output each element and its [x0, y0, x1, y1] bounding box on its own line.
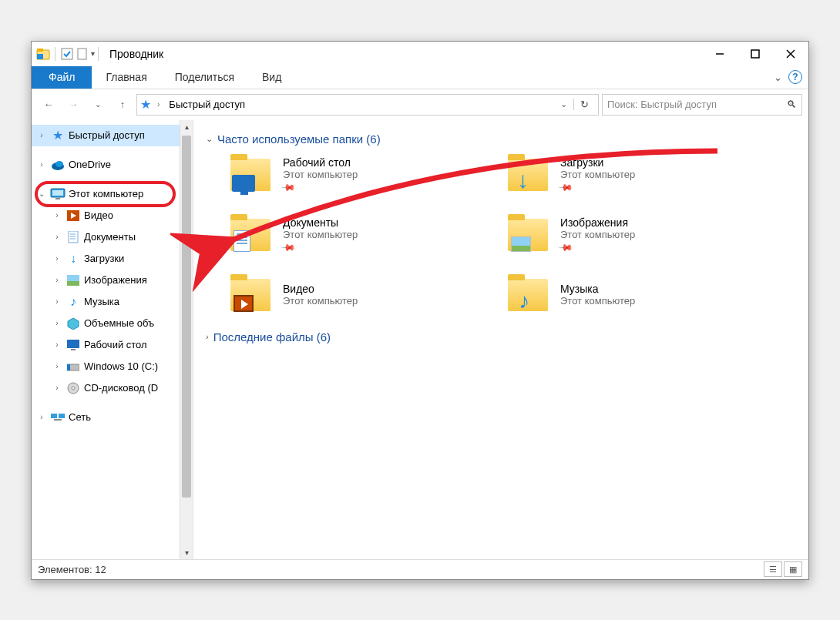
- tree-music[interactable]: › ♪ Музыка: [32, 291, 193, 313]
- ribbon-file-tab[interactable]: Файл: [32, 66, 92, 89]
- ribbon-tab-home[interactable]: Главная: [92, 66, 160, 89]
- pc-monitor-icon: [50, 187, 66, 201]
- svg-rect-3: [62, 49, 72, 59]
- scroll-up-icon[interactable]: ▴: [180, 120, 193, 133]
- ribbon-expand-icon[interactable]: ⌄: [774, 72, 782, 83]
- scroll-down-icon[interactable]: ▾: [180, 546, 193, 559]
- chevron-right-icon[interactable]: ›: [52, 319, 62, 327]
- folder-location: Этот компьютер: [560, 229, 635, 240]
- chevron-right-icon[interactable]: ›: [52, 340, 62, 349]
- folder-icon: [506, 215, 549, 255]
- divider: [98, 47, 99, 61]
- search-input[interactable]: Поиск: Быстрый доступ 🔍︎: [602, 94, 802, 116]
- chevron-right-icon[interactable]: ›: [52, 233, 62, 241]
- folder-name: Загрузки: [560, 156, 635, 169]
- tree-label: Изображения: [84, 274, 147, 286]
- chevron-right-icon[interactable]: ›: [52, 276, 62, 284]
- desktop-overlay-icon: [232, 175, 255, 192]
- help-icon[interactable]: ?: [788, 70, 802, 84]
- nav-forward-button[interactable]: →: [62, 94, 84, 116]
- folder-tile[interactable]: Рабочий столЭтот компьютер📌: [229, 155, 491, 195]
- tree-this-pc[interactable]: ⌄ Этот компьютер: [32, 183, 193, 205]
- group-frequent-folders[interactable]: ⌄ Часто используемые папки (6): [206, 132, 796, 146]
- chevron-right-icon[interactable]: ›: [52, 254, 62, 263]
- tree-quick-access[interactable]: › ★ Быстрый доступ: [32, 125, 193, 146]
- tree-drive-cd[interactable]: › CD-дисковод (D: [32, 377, 193, 399]
- pin-icon: 📌: [558, 179, 574, 196]
- tree-pictures[interactable]: › Изображения: [32, 270, 193, 291]
- close-button[interactable]: [773, 42, 808, 66]
- nav-back-button[interactable]: ←: [38, 94, 59, 116]
- pin-icon: 📌: [281, 240, 297, 256]
- tree-label: Сеть: [69, 411, 91, 423]
- scroll-thumb[interactable]: [182, 136, 191, 498]
- nav-up-button[interactable]: ↑: [112, 94, 133, 116]
- minimize-button[interactable]: [702, 42, 738, 66]
- folder-icon: [229, 215, 272, 255]
- folder-name: Видео: [283, 283, 358, 295]
- tree-label: CD-дисковод (D: [84, 382, 158, 394]
- folder-tile[interactable]: ВидеоЭтот компьютер: [229, 275, 491, 315]
- folder-tile[interactable]: ♪МузыкаЭтот компьютер: [506, 275, 768, 315]
- tree-downloads[interactable]: › ↓ Загрузки: [32, 248, 193, 270]
- folder-tile[interactable]: ИзображенияЭтот компьютер📌: [506, 215, 768, 255]
- view-mode-buttons: ☰ ▦: [764, 561, 802, 577]
- folder-icon: ↓: [506, 155, 549, 195]
- refresh-icon[interactable]: ↻: [573, 99, 595, 110]
- tree-label: Объемные объ: [84, 317, 154, 329]
- tree-3d-objects[interactable]: › Объемные объ: [32, 313, 193, 334]
- nav-recent-dropdown[interactable]: ⌄: [87, 94, 109, 116]
- sidebar-scrollbar[interactable]: ▴ ▾: [180, 120, 193, 559]
- chevron-right-icon[interactable]: ›: [52, 297, 62, 306]
- chevron-right-icon[interactable]: ›: [154, 100, 163, 109]
- qat-dropdown-icon[interactable]: ▾: [91, 49, 95, 58]
- qat-properties-icon[interactable]: [60, 47, 74, 61]
- maximize-button[interactable]: [738, 42, 773, 66]
- tree-network[interactable]: › Сеть: [32, 407, 193, 428]
- tree-label: Загрузки: [84, 253, 124, 264]
- ribbon: Файл Главная Поделиться Вид ⌄ ?: [32, 66, 808, 89]
- nav-tree: › ★ Быстрый доступ › OneDrive ⌄ Этот ком…: [32, 120, 193, 559]
- tree-drive-c[interactable]: › Windows 10 (C:): [32, 356, 193, 377]
- tree-documents[interactable]: › Документы: [32, 226, 193, 248]
- address-dropdown-icon[interactable]: ⌄: [556, 99, 572, 109]
- tree-onedrive[interactable]: › OneDrive: [32, 154, 193, 176]
- svg-rect-30: [51, 414, 57, 418]
- breadcrumb[interactable]: Быстрый доступ: [166, 99, 248, 110]
- chevron-right-icon[interactable]: ›: [52, 211, 62, 220]
- svg-rect-25: [71, 349, 76, 350]
- folder-location: Этот компьютер: [283, 295, 358, 307]
- group-recent-files[interactable]: › Последние файлы (6): [206, 330, 796, 344]
- tree-label: Быстрый доступ: [69, 129, 145, 141]
- qat-newfolder-icon[interactable]: [76, 47, 89, 61]
- folder-name: Музыка: [560, 283, 635, 295]
- folder-tile[interactable]: ДокументыЭтот компьютер📌: [229, 215, 491, 255]
- svg-rect-12: [52, 190, 63, 196]
- chevron-down-icon[interactable]: ⌄: [36, 189, 47, 198]
- chevron-right-icon[interactable]: ›: [36, 160, 47, 169]
- tree-label: Windows 10 (C:): [84, 360, 158, 372]
- chevron-right-icon[interactable]: ›: [36, 131, 47, 139]
- chevron-right-icon[interactable]: ›: [206, 332, 209, 341]
- disc-icon: [66, 382, 81, 394]
- folder-tile[interactable]: ↓ЗагрузкиЭтот компьютер📌: [506, 155, 768, 195]
- ribbon-tab-share[interactable]: Поделиться: [161, 66, 248, 89]
- tree-videos[interactable]: › Видео: [32, 205, 193, 226]
- svg-rect-2: [37, 54, 43, 59]
- tree-desktop[interactable]: › Рабочий стол: [32, 334, 193, 356]
- ribbon-tab-view[interactable]: Вид: [248, 66, 295, 89]
- chevron-right-icon[interactable]: ›: [52, 384, 62, 392]
- view-icons-button[interactable]: ▦: [784, 561, 802, 577]
- chevron-down-icon[interactable]: ⌄: [206, 134, 213, 144]
- view-details-button[interactable]: ☰: [764, 561, 782, 577]
- chevron-right-icon[interactable]: ›: [36, 413, 47, 421]
- svg-rect-24: [67, 340, 79, 348]
- content-area[interactable]: ⌄ Часто используемые папки (6) Рабочий с…: [193, 120, 808, 559]
- svg-point-29: [72, 387, 75, 390]
- group-title: Последние файлы (6): [213, 330, 331, 344]
- address-bar[interactable]: ★ › Быстрый доступ ⌄ ↻: [136, 94, 599, 116]
- search-placeholder: Поиск: Быстрый доступ: [607, 99, 717, 110]
- tree-label: Видео: [84, 209, 113, 221]
- chevron-right-icon[interactable]: ›: [52, 362, 62, 370]
- search-icon[interactable]: 🔍︎: [787, 99, 797, 110]
